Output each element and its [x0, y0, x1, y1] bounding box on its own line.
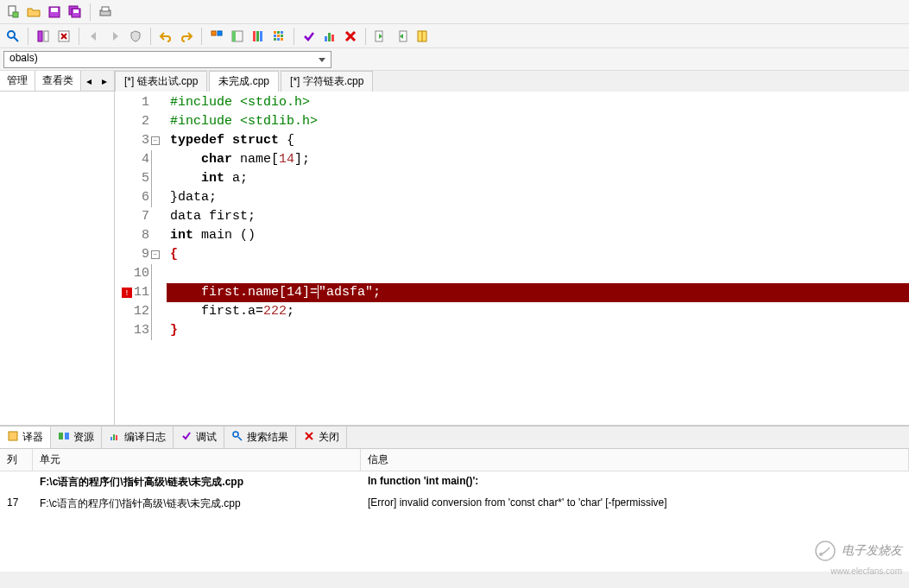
- bottom-tab-debug[interactable]: 调试: [174, 427, 224, 448]
- sidebar-nav-right-icon[interactable]: ▸: [98, 74, 111, 88]
- bottom-tab-label: 编译日志: [124, 430, 166, 445]
- code-line[interactable]: first.name[14]="adsfa";: [167, 283, 909, 302]
- chart-icon[interactable]: [320, 27, 339, 46]
- svg-rect-8: [102, 7, 109, 11]
- col-header-line[interactable]: 列: [0, 449, 33, 471]
- back-icon[interactable]: [85, 27, 104, 46]
- svg-rect-30: [277, 38, 280, 41]
- file-tab[interactable]: [*] 字符链表.cpp: [281, 71, 373, 92]
- code-line[interactable]: int a;: [167, 169, 909, 188]
- message-row[interactable]: F:\c语言的程序们\指针高级\链表\未完成.cppIn function 'i…: [0, 471, 909, 493]
- layout-border-icon[interactable]: [228, 27, 247, 46]
- step-out-icon[interactable]: [371, 27, 390, 46]
- watermark-text: 电子发烧友: [842, 543, 902, 559]
- undo-icon[interactable]: [156, 27, 175, 46]
- bottom-tab-search-results[interactable]: 搜索结果: [224, 427, 296, 448]
- svg-rect-12: [44, 31, 48, 41]
- watermark: 电子发烧友: [814, 540, 902, 562]
- print-icon[interactable]: [96, 3, 115, 22]
- build-log-icon: [109, 430, 121, 445]
- toolbar-separator: [365, 28, 366, 45]
- compiler-icon: [7, 430, 19, 445]
- code-line[interactable]: [167, 264, 909, 283]
- gutter-line: 1: [115, 93, 160, 112]
- svg-rect-11: [38, 31, 42, 41]
- book-icon[interactable]: [413, 27, 432, 46]
- shield-icon[interactable]: [126, 27, 145, 46]
- sidebar-body: [0, 92, 114, 425]
- bottom-tab-close[interactable]: 关闭: [296, 427, 347, 448]
- save-icon[interactable]: [45, 3, 64, 22]
- sidebar-tab-manage[interactable]: 管理: [0, 71, 35, 91]
- new-file-icon[interactable]: [3, 3, 22, 22]
- gutter-line: 2: [115, 112, 160, 131]
- svg-rect-6: [73, 9, 79, 13]
- bottom-tab-compiler[interactable]: 译器: [0, 427, 51, 448]
- code-line[interactable]: data first;: [167, 207, 909, 226]
- file-tab[interactable]: 未完成.cpp: [209, 71, 279, 92]
- toolbar-separator: [79, 28, 79, 45]
- gutter-line: 13: [115, 321, 160, 340]
- code-line[interactable]: #include <stdlib.h>: [167, 112, 909, 131]
- gutter-line: 3−: [115, 131, 160, 150]
- svg-rect-17: [218, 31, 222, 35]
- svg-rect-31: [281, 38, 283, 41]
- message-row[interactable]: 17F:\c语言的程序们\指针高级\链表\未完成.cpp[Error] inva…: [0, 493, 909, 515]
- layout-2-icon[interactable]: [207, 27, 226, 46]
- disk-view-icon[interactable]: [34, 27, 53, 46]
- svg-rect-47: [113, 434, 115, 440]
- col-header-info[interactable]: 信息: [361, 449, 909, 471]
- toolbar-separator: [201, 28, 202, 45]
- bottom-tab-build-log[interactable]: 编译日志: [102, 427, 174, 448]
- forward-icon[interactable]: [105, 27, 124, 46]
- search-results-icon: [231, 430, 243, 445]
- svg-line-50: [238, 437, 242, 440]
- layout-3-icon[interactable]: [249, 27, 268, 46]
- code-line[interactable]: {: [167, 245, 909, 264]
- svg-rect-19: [232, 31, 236, 41]
- close-all-icon[interactable]: [54, 27, 73, 46]
- code-line[interactable]: first.a=222;: [167, 302, 909, 321]
- code-line[interactable]: char name[14];: [167, 150, 909, 169]
- svg-rect-33: [328, 33, 331, 41]
- code-line[interactable]: }: [167, 321, 909, 340]
- delete-icon[interactable]: [341, 27, 360, 46]
- search-icon[interactable]: [3, 27, 22, 46]
- code-line[interactable]: }data;: [167, 188, 909, 207]
- svg-rect-32: [325, 36, 327, 41]
- toolbar-row-1: [0, 0, 909, 24]
- code-line[interactable]: #include <stdio.h>: [167, 93, 909, 112]
- code-line[interactable]: typedef struct {: [167, 131, 909, 150]
- svg-rect-22: [260, 31, 262, 41]
- file-tabs: [*] 链表出试.cpp未完成.cpp[*] 字符链表.cpp: [115, 71, 909, 92]
- col-header-unit[interactable]: 单元: [33, 449, 361, 471]
- check-icon[interactable]: [300, 27, 319, 46]
- step-in-icon[interactable]: [392, 27, 411, 46]
- open-icon[interactable]: [24, 3, 43, 22]
- svg-rect-1: [13, 12, 18, 17]
- bottom-tab-label: 译器: [22, 430, 43, 445]
- code-body[interactable]: #include <stdio.h>#include <stdlib.h>typ…: [167, 92, 909, 425]
- svg-rect-29: [274, 38, 276, 41]
- gutter-line: 7: [115, 207, 160, 226]
- code-line[interactable]: int main (): [167, 226, 909, 245]
- gutter-line: !11: [115, 283, 160, 302]
- svg-rect-44: [59, 433, 63, 439]
- bottom-panel: 译器 资源 编译日志 调试 搜索结果 关闭 列 单元 信息 F:\c语言的程序们…: [0, 425, 909, 572]
- svg-rect-34: [331, 35, 334, 41]
- message-table: 列 单元 信息 F:\c语言的程序们\指针高级\链表\未完成.cppIn fun…: [0, 449, 909, 572]
- sidebar-nav-left-icon[interactable]: ◂: [82, 74, 96, 88]
- svg-rect-26: [274, 35, 276, 37]
- redo-icon[interactable]: [177, 27, 196, 46]
- bottom-tab-resource[interactable]: 资源: [51, 427, 102, 448]
- gutter: 123−456789−10!111213: [115, 92, 167, 425]
- sidebar-tab-view-class[interactable]: 查看类: [35, 71, 81, 91]
- file-tab[interactable]: [*] 链表出试.cpp: [115, 71, 207, 92]
- save-all-icon[interactable]: [66, 3, 85, 22]
- bottom-tab-label: 调试: [196, 430, 217, 445]
- globals-combo[interactable]: obals): [3, 51, 331, 68]
- code-editor[interactable]: 123−456789−10!111213 #include <stdio.h>#…: [115, 92, 909, 425]
- layout-9-icon[interactable]: [269, 27, 288, 46]
- svg-rect-46: [110, 437, 112, 440]
- sidebar: 管理 查看类 ◂ ▸: [0, 71, 115, 425]
